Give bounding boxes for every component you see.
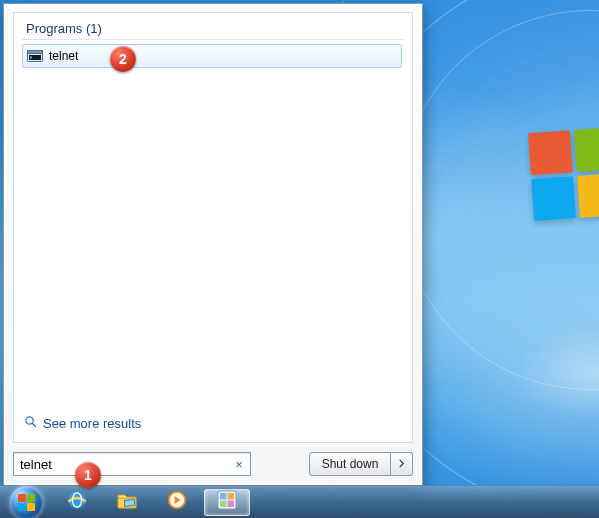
svg-rect-2 bbox=[29, 55, 41, 60]
file-explorer-icon bbox=[116, 489, 138, 515]
media-player-icon bbox=[166, 489, 188, 515]
search-icon bbox=[24, 415, 38, 432]
chevron-right-icon bbox=[397, 457, 406, 471]
taskbar bbox=[0, 485, 599, 518]
results-category-header: Programs (1) bbox=[22, 21, 404, 40]
see-more-results-link[interactable]: See more results bbox=[22, 409, 404, 434]
windows-logo-wallpaper bbox=[528, 127, 599, 223]
shutdown-options-button[interactable] bbox=[391, 452, 413, 476]
taskbar-item-ie[interactable] bbox=[54, 489, 100, 516]
shutdown-button-label: Shut down bbox=[322, 457, 379, 471]
start-orb-icon bbox=[10, 486, 43, 519]
svg-rect-17 bbox=[228, 493, 235, 500]
svg-rect-8 bbox=[27, 503, 35, 511]
start-menu-bottom-row: × Shut down bbox=[13, 452, 413, 476]
taskbar-item-app[interactable] bbox=[204, 489, 250, 516]
search-result-label: telnet bbox=[49, 49, 78, 63]
internet-explorer-icon bbox=[66, 489, 88, 515]
see-more-results-label: See more results bbox=[43, 416, 141, 431]
clear-search-icon[interactable]: × bbox=[232, 457, 246, 471]
svg-rect-19 bbox=[228, 501, 235, 508]
svg-rect-16 bbox=[220, 493, 227, 500]
svg-rect-7 bbox=[18, 503, 26, 511]
svg-rect-6 bbox=[27, 494, 35, 502]
search-results-pane: Programs (1) telnet See more results bbox=[13, 12, 413, 443]
search-result-telnet[interactable]: telnet bbox=[22, 44, 402, 68]
start-button[interactable] bbox=[4, 488, 48, 517]
app-icon bbox=[217, 490, 237, 514]
taskbar-item-explorer[interactable] bbox=[104, 489, 150, 516]
terminal-icon bbox=[27, 48, 43, 64]
shutdown-button[interactable]: Shut down bbox=[309, 452, 391, 476]
shutdown-split-button: Shut down bbox=[309, 452, 413, 476]
svg-rect-18 bbox=[220, 501, 227, 508]
svg-line-4 bbox=[32, 423, 35, 426]
svg-rect-1 bbox=[28, 51, 43, 54]
search-field-wrap: × bbox=[13, 452, 251, 476]
start-menu: Programs (1) telnet See more results × bbox=[3, 3, 423, 486]
search-input[interactable] bbox=[20, 453, 232, 475]
taskbar-item-media-player[interactable] bbox=[154, 489, 200, 516]
svg-rect-11 bbox=[124, 499, 135, 506]
svg-rect-5 bbox=[18, 494, 26, 502]
